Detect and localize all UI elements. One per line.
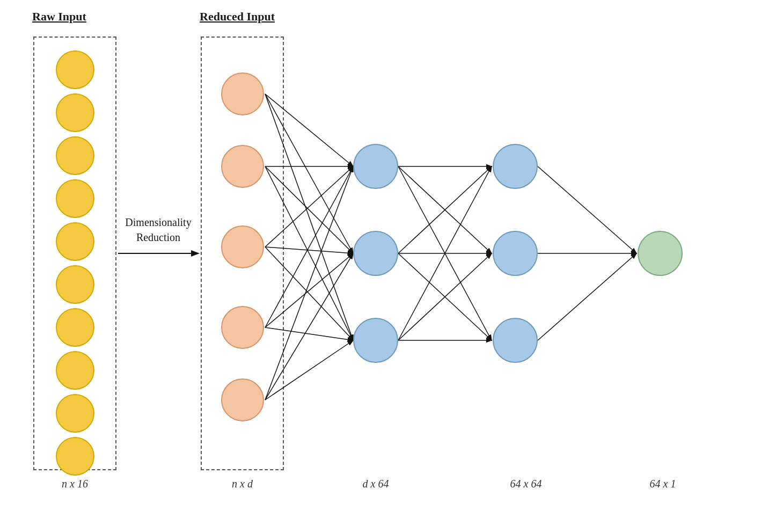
label-641: 64 x 1: [636, 478, 690, 490]
hidden1-node-3: [353, 318, 398, 363]
raw-node-6: [56, 265, 94, 304]
svg-line-23: [398, 166, 492, 340]
raw-node-2: [56, 93, 94, 132]
svg-line-19: [398, 166, 492, 340]
output-node: [638, 231, 683, 276]
raw-node-3: [56, 136, 94, 175]
neural-network-diagram: Raw Input Reduced Input Dimensionality R…: [0, 0, 761, 532]
hidden2-node-1: [493, 144, 538, 189]
hidden2-node-3: [493, 318, 538, 363]
raw-node-5: [56, 222, 94, 261]
raw-input-label: Raw Input: [32, 10, 86, 24]
reduced-node-5: [221, 378, 264, 421]
hidden2-node-2: [493, 231, 538, 276]
svg-line-24: [398, 253, 492, 340]
label-nd: n x d: [201, 478, 284, 490]
dimensionality-reduction-label: Dimensionality Reduction: [123, 215, 193, 245]
label-6464: 64 x 64: [494, 478, 558, 490]
reduced-input-label: Reduced Input: [200, 10, 275, 24]
raw-node-8: [56, 351, 94, 390]
label-n16: n x 16: [33, 478, 116, 490]
reduced-node-1: [221, 72, 264, 115]
svg-line-20: [398, 166, 492, 253]
svg-line-28: [538, 253, 636, 340]
raw-node-4: [56, 179, 94, 218]
reduced-node-3: [221, 225, 264, 268]
raw-node-1: [56, 50, 94, 89]
label-d64: d x 64: [343, 478, 408, 490]
hidden1-node-1: [353, 144, 398, 189]
svg-line-18: [398, 166, 492, 253]
hidden1-node-2: [353, 231, 398, 276]
reduced-node-4: [221, 306, 264, 349]
raw-node-7: [56, 308, 94, 347]
svg-line-22: [398, 253, 492, 340]
reduced-node-2: [221, 145, 264, 188]
raw-node-10: [56, 437, 94, 476]
svg-line-26: [538, 166, 636, 253]
raw-node-9: [56, 394, 94, 433]
